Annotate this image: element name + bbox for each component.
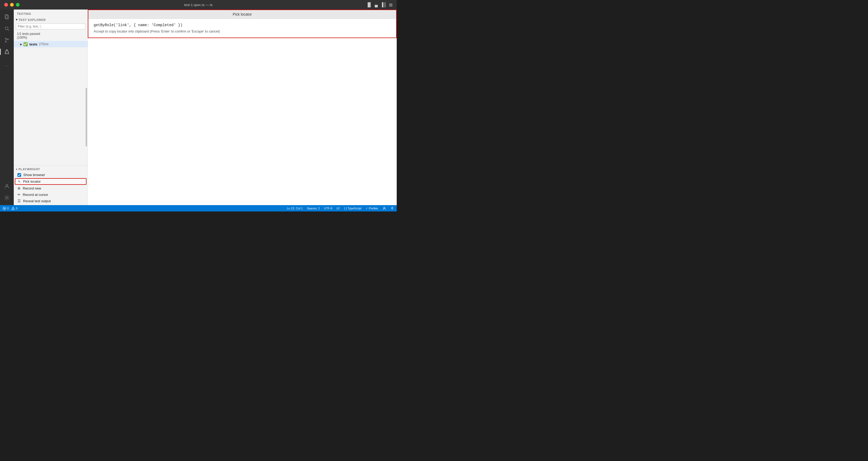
error-icon — [3, 207, 6, 210]
svg-point-9 — [6, 197, 8, 199]
bell-status-icon — [390, 206, 394, 210]
activity-bar: ··· — [0, 9, 14, 205]
test-item-chevron: ▶ — [20, 42, 22, 46]
activity-source-control[interactable] — [2, 35, 12, 45]
record-at-cursor-label: Record at cursor — [23, 193, 48, 197]
playwright-record-at-cursor[interactable]: ✏ Record at cursor — [14, 191, 88, 198]
activity-settings[interactable] — [2, 192, 12, 203]
locator-hint: Accept to copy locator into clipboard (P… — [94, 29, 391, 33]
warning-count: 0 — [16, 207, 18, 210]
playwright-show-browser[interactable]: Show browser — [14, 172, 88, 178]
pick-locator-popup-body: getByRole('link', { name: 'Completed' })… — [88, 19, 396, 37]
filter-row — [14, 23, 88, 30]
test-explorer-chevron: ▾ — [16, 18, 18, 22]
pick-locator-label: Pick locator — [23, 179, 41, 184]
editor-area: ⎘ ··· Pick locator getByRole('link', { n… — [88, 9, 397, 205]
playwright-record-new[interactable]: ⊕ Record new — [14, 185, 88, 191]
sidebar-title: TESTING — [14, 9, 88, 17]
activity-testing[interactable] — [2, 46, 12, 57]
split-editor-icon[interactable]: ▐║ — [380, 2, 386, 7]
status-line-ending[interactable]: LF — [336, 207, 340, 210]
svg-point-14 — [13, 209, 13, 209]
svg-point-8 — [6, 185, 8, 186]
playwright-reveal-test-output[interactable]: ☰ Reveal test output — [14, 198, 88, 204]
titlebar-actions: ▐▌ ▄ ▐║ ⊞ — [366, 2, 393, 7]
record-new-label: Record new — [23, 186, 41, 190]
show-browser-checkbox[interactable] — [18, 173, 21, 177]
tests-passed: 1/1 tests passed (100%) — [14, 30, 88, 41]
layout-icon[interactable]: ⊞ — [389, 2, 393, 7]
test-explorer-header[interactable]: ▾ TEST EXPLORER — [14, 17, 88, 23]
test-explorer-label: TEST EXPLORER — [19, 18, 46, 22]
panel-toggle-icon[interactable]: ▄ — [375, 2, 378, 7]
pick-locator-popup: Pick locator getByRole('link', { name: '… — [88, 9, 397, 38]
window-title: test-1.spec.ts — ts — [184, 3, 213, 7]
warning-icon — [11, 207, 15, 210]
titlebar: test-1.spec.ts — ts ▐▌ ▄ ▐║ ⊞ — [0, 0, 397, 9]
record-at-cursor-icon: ✏ — [18, 192, 21, 197]
activity-search[interactable] — [2, 23, 12, 34]
reveal-output-icon: ☰ — [18, 199, 21, 203]
window-controls — [4, 3, 20, 7]
status-language[interactable]: { } TypeScript — [344, 207, 361, 210]
minimize-button[interactable] — [10, 3, 14, 7]
locator-value: getByRole('link', { name: 'Completed' }) — [94, 23, 391, 27]
test-item-name: tests — [29, 42, 37, 46]
test-item-time: 275ms — [39, 42, 49, 46]
status-accounts-icon[interactable] — [382, 206, 386, 210]
error-count: 0 — [7, 207, 9, 210]
show-browser-checkbox-wrapper[interactable]: Show browser — [18, 173, 45, 177]
status-bell-icon[interactable] — [390, 206, 394, 210]
svg-point-15 — [384, 207, 385, 208]
pick-locator-popup-title: Pick locator — [88, 10, 396, 19]
status-errors[interactable]: 0 0 — [3, 207, 18, 210]
status-cursor[interactable]: Ln 22, Col 1 — [287, 207, 303, 210]
sidebar-scrollbar[interactable] — [86, 88, 87, 146]
status-bar: 0 0 Ln 22, Col 1 Spaces: 2 UTF-8 LF { } … — [0, 205, 397, 211]
record-new-icon: ⊕ — [18, 186, 21, 190]
maximize-button[interactable] — [16, 3, 20, 7]
sidebar: TESTING ▾ TEST EXPLORER 1/1 tests passed… — [14, 9, 88, 205]
svg-point-2 — [5, 27, 8, 30]
editor-content[interactable] — [88, 19, 397, 205]
playwright-pick-locator[interactable]: ↖ Pick locator — [15, 178, 87, 185]
show-browser-label: Show browser — [23, 173, 45, 177]
pick-locator-icon: ↖ — [18, 179, 21, 184]
svg-line-3 — [8, 30, 9, 31]
main-content: ··· TESTING ▾ TEST EXPLORER — [0, 9, 397, 205]
status-spaces[interactable]: Spaces: 2 — [307, 207, 320, 210]
test-item-tests[interactable]: ▶ ✅ tests 275ms — [14, 41, 88, 47]
svg-point-7 — [6, 52, 7, 53]
playwright-header[interactable]: ▾ PLAYWRIGHT — [14, 165, 88, 172]
status-encoding[interactable]: UTF-8 — [324, 207, 332, 210]
status-formatter[interactable]: ✓ Prettier — [366, 207, 378, 210]
accounts-status-icon — [382, 206, 386, 210]
filter-input[interactable] — [16, 24, 86, 29]
activity-more[interactable]: ··· — [2, 60, 12, 71]
playwright-label: PLAYWRIGHT — [19, 168, 40, 171]
reveal-test-output-label: Reveal test output — [23, 199, 51, 203]
close-button[interactable] — [4, 3, 8, 7]
test-pass-icon: ✅ — [23, 42, 28, 46]
svg-rect-1 — [6, 15, 8, 19]
activity-accounts[interactable] — [2, 181, 12, 191]
playwright-chevron: ▾ — [16, 168, 18, 171]
svg-point-5 — [5, 41, 6, 42]
sidebar-toggle-icon[interactable]: ▐▌ — [366, 2, 372, 7]
activity-files[interactable] — [2, 12, 12, 22]
svg-rect-0 — [5, 14, 8, 18]
playwright-section: ▾ PLAYWRIGHT Show browser ↖ Pick locator… — [14, 165, 88, 205]
